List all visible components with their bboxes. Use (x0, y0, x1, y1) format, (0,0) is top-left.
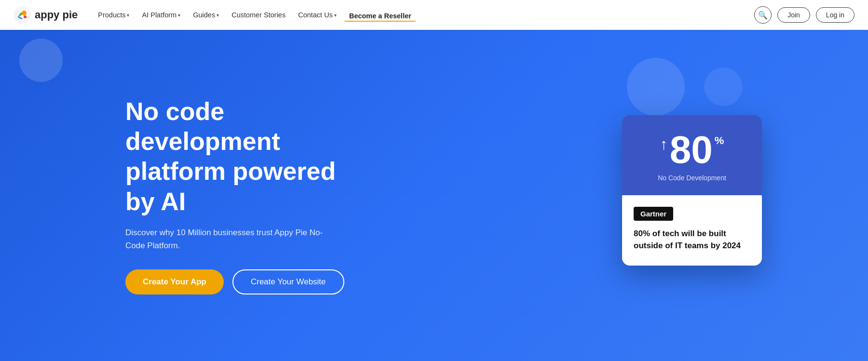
create-website-button[interactable]: Create Your Website (232, 269, 344, 294)
nav-contact-us[interactable]: Contact Us ▾ (293, 7, 341, 23)
hero-content: No code development platform powered by … (0, 96, 347, 295)
search-icon: 🔍 (758, 11, 768, 20)
card-bottom: Gartner 80% of tech will be built outsid… (622, 195, 762, 266)
card-number: 80 (670, 131, 713, 169)
decorative-circle-left (19, 39, 63, 82)
search-button[interactable]: 🔍 (754, 6, 772, 24)
nav-links: Products ▾ AI Platform ▾ Guides ▾ Custom… (93, 7, 754, 23)
chevron-down-icon: ▾ (217, 13, 219, 18)
svg-point-1 (22, 11, 27, 15)
nav-ai-platform[interactable]: AI Platform ▾ (137, 7, 185, 23)
decorative-circle-right (627, 58, 685, 116)
logo[interactable]: appy pie (14, 6, 78, 24)
nav-products[interactable]: Products ▾ (93, 7, 134, 23)
hero-card: ↑ 80 % No Code Development Gartner 80% o… (622, 115, 762, 266)
navbar: appy pie Products ▾ AI Platform ▾ Guides… (0, 0, 868, 30)
svg-point-2 (24, 15, 27, 18)
arrow-up-icon: ↑ (660, 135, 668, 153)
nav-guides[interactable]: Guides ▾ (188, 7, 224, 23)
card-stat: ↑ 80 % (636, 131, 748, 169)
card-top: ↑ 80 % No Code Development (622, 115, 762, 195)
join-button[interactable]: Join (777, 7, 810, 23)
card-label: No Code Development (636, 174, 748, 182)
brand-name: appy pie (35, 9, 78, 21)
hero-card-wrapper: ↑ 80 % No Code Development Gartner 80% o… (622, 115, 762, 266)
hero-title: No code development platform powered by … (125, 96, 347, 217)
decorative-circle-right2 (704, 67, 743, 106)
chevron-down-icon: ▾ (334, 13, 337, 18)
svg-point-0 (14, 6, 31, 24)
login-button[interactable]: Log in (816, 7, 854, 23)
chevron-down-icon: ▾ (127, 13, 129, 18)
create-app-button[interactable]: Create Your App (125, 269, 224, 294)
nav-reseller[interactable]: Become a Reseller (344, 8, 416, 22)
gartner-badge: Gartner (634, 207, 673, 221)
hero-buttons: Create Your App Create Your Website (125, 269, 347, 294)
nav-customer-stories[interactable]: Customer Stories (227, 7, 290, 23)
card-description: 80% of tech will be built outside of IT … (634, 227, 750, 252)
card-percent: % (715, 134, 724, 147)
hero-section: No code development platform powered by … (0, 0, 868, 361)
nav-actions: 🔍 Join Log in (754, 6, 854, 24)
logo-icon (14, 6, 31, 24)
chevron-down-icon: ▾ (178, 13, 180, 18)
hero-subtitle: Discover why 10 Million businesses trust… (125, 226, 338, 252)
